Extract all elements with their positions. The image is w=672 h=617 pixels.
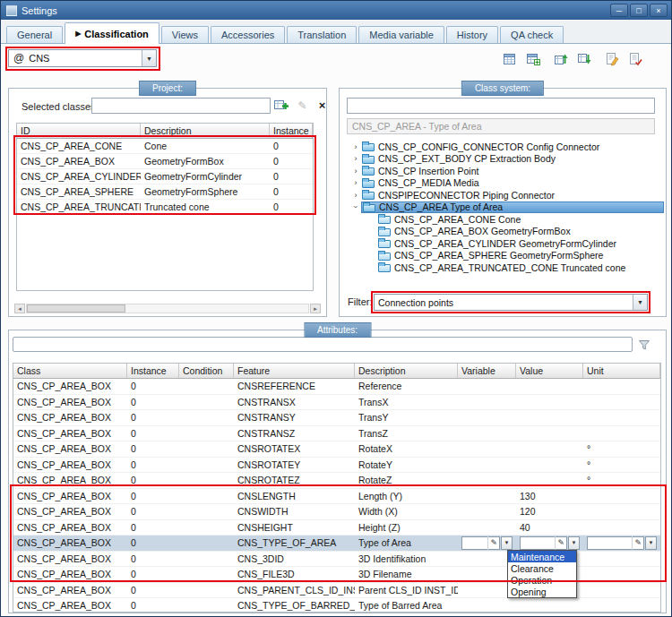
chevron-down-icon[interactable]: ▼ <box>501 536 513 550</box>
tree-item[interactable]: ›CNS_CP Insertion Point <box>341 165 664 177</box>
titlebar[interactable]: Settings ─ □ × <box>1 1 671 20</box>
tab-history[interactable]: History <box>446 26 498 43</box>
selected-classes-input[interactable] <box>91 98 271 114</box>
attr-row[interactable]: CNS_CP_AREA_BOX0CNSTRANSXTransX <box>13 395 660 411</box>
unit-editor-field[interactable]: ✎ <box>587 536 644 550</box>
tree-item[interactable]: CNS_CP_AREA_CYLINDER GeometryFormCylinde… <box>341 237 664 250</box>
attr-cell-feature: CNS_TYPE_OF_BARRED_AREA <box>234 598 355 613</box>
tree-item[interactable]: CNS_CP_AREA_TRUNCATED_CONE Truncated con… <box>341 261 664 274</box>
remove-classes-icon[interactable]: × <box>314 98 330 113</box>
maximize-button[interactable]: □ <box>630 4 648 17</box>
scheme-combo[interactable]: @ CNS ▼ <box>8 49 157 67</box>
classes-download-icon[interactable] <box>577 52 592 66</box>
tab-media-variable[interactable]: Media variable <box>358 26 444 43</box>
tree-item[interactable]: ›CNSPIPECONNECTOR Piping Connector <box>341 189 664 201</box>
attr-col-variable[interactable]: Variable <box>458 364 516 378</box>
selected-classes-label: Selected classes <box>22 101 96 112</box>
tab-general[interactable]: General <box>6 26 63 43</box>
project-col-instance[interactable]: Instance <box>270 124 313 138</box>
project-hscrollbar[interactable]: ◄ ► <box>14 304 321 313</box>
table-copy-icon[interactable] <box>503 52 518 66</box>
project-table-row[interactable]: CNS_CP_AREA_BOXGeometryFormBox0 <box>17 154 313 169</box>
pencil-icon[interactable]: ✎ <box>632 536 643 551</box>
variable-editor-field[interactable]: ✎ <box>461 536 500 550</box>
tree-item[interactable]: ›CNS_CP_EXT_BODY CP Extraction Body <box>341 153 664 166</box>
scroll-right-icon[interactable]: ► <box>310 304 321 313</box>
project-col-description[interactable]: Description <box>141 124 270 138</box>
unit-editor[interactable]: ✎▼ <box>587 536 657 550</box>
attr-col-unit[interactable]: Unit <box>583 364 660 378</box>
scrollbar-track[interactable] <box>26 304 309 313</box>
attr-col-condition[interactable]: Condition <box>179 364 234 378</box>
report-edit-icon[interactable] <box>605 52 620 66</box>
project-table-row[interactable]: CNS_CP_AREA_CYLINDERGeometryFormCylinder… <box>17 169 313 184</box>
chevron-down-icon[interactable]: ▼ <box>568 536 580 550</box>
attr-row[interactable]: CNS_CP_AREA_BOX0CNSREFERENCEReference <box>13 379 660 395</box>
attr-row[interactable]: CNS_CP_AREA_BOX0CNSTRANSZTransZ <box>13 426 660 442</box>
dropdown-option[interactable]: Clearance <box>508 562 576 574</box>
attr-row[interactable]: CNS_CP_AREA_BOX0CNSHEIGHTHeight (Z)40 <box>13 520 660 536</box>
tab-views[interactable]: Views <box>161 26 209 43</box>
attr-row[interactable]: CNS_CP_AREA_BOX0CNSROTATEYRotateY° <box>13 458 660 474</box>
attr-row[interactable]: CNS_CP_AREA_BOX0CNS_TYPE_OF_AREAType of … <box>13 536 660 552</box>
filter-funnel-icon[interactable] <box>638 338 650 350</box>
attr-row[interactable]: CNS_CP_AREA_BOX0CNSROTATEZRotateZ° <box>13 473 660 489</box>
pencil-icon[interactable]: ✎ <box>487 536 499 551</box>
dropdown-option[interactable]: Maintenance <box>508 551 576 562</box>
pencil-icon[interactable]: ✎ <box>555 536 566 551</box>
variable-editor[interactable]: ✎▼ <box>461 536 513 550</box>
tree-item[interactable]: CNS_CP_AREA_CONE Cone <box>341 213 664 226</box>
dropdown-option[interactable]: Operation <box>508 574 576 586</box>
tab-classification[interactable]: ▶Classification <box>65 22 159 44</box>
scroll-left-icon[interactable]: ◄ <box>14 304 25 313</box>
attr-row[interactable]: CNS_CP_AREA_BOX0CNSTRANSYTransY <box>13 410 660 426</box>
attr-col-instance[interactable]: Instance <box>127 364 179 378</box>
project-col-id[interactable]: ID <box>17 124 141 138</box>
table-paste-icon[interactable] <box>526 52 541 66</box>
project-table-row[interactable]: CNS_CP_AREA_CONECone0 <box>17 139 313 154</box>
attr-col-feature[interactable]: Feature <box>234 364 355 378</box>
value-editor[interactable]: ✎▼ <box>520 536 580 550</box>
chevron-collapsed-icon[interactable]: › <box>350 191 361 200</box>
attr-row[interactable]: CNS_CP_AREA_BOX0CNS_TYPE_OF_BARRED_AREAT… <box>13 598 660 613</box>
attr-row[interactable]: CNS_CP_AREA_BOX0CNSROTATEXRotateX° <box>13 441 660 458</box>
tree-item[interactable]: ›CNS_CP_MEDIA Media <box>341 177 664 190</box>
tree-item[interactable]: CNS_CP_AREA_BOX GeometryFormBox <box>341 226 664 238</box>
edit-classes-icon[interactable]: ✎ <box>295 98 310 113</box>
chevron-expanded-icon[interactable]: › <box>351 201 360 212</box>
attr-col-description[interactable]: Description <box>355 364 458 378</box>
tab-translation[interactable]: Translation <box>287 26 357 43</box>
chevron-collapsed-icon[interactable]: › <box>350 142 361 151</box>
close-button[interactable]: × <box>650 4 668 17</box>
tree-item[interactable]: CNS_CP_AREA_SPHERE GeometryFormSphere <box>341 250 664 262</box>
attr-cell-class: CNS_CP_AREA_BOX <box>13 441 127 457</box>
attr-cell-variable <box>458 504 516 519</box>
scrollbar-thumb[interactable] <box>27 304 125 313</box>
class-system-search-input[interactable] <box>347 98 655 114</box>
chevron-down-icon[interactable]: ▼ <box>645 536 657 550</box>
chevron-down-icon[interactable]: ▼ <box>633 295 647 310</box>
tab-qa-check[interactable]: QA check <box>500 26 564 43</box>
report-check-icon[interactable] <box>628 52 643 66</box>
value-editor-field[interactable]: ✎ <box>520 536 567 550</box>
project-table-row[interactable]: CNS_CP_AREA_TRUNCATED_CONETruncated cone… <box>17 200 313 215</box>
chevron-collapsed-icon[interactable]: › <box>350 154 361 163</box>
project-table-row[interactable]: CNS_CP_AREA_SPHEREGeometryFormSphere0 <box>17 184 313 200</box>
minimize-button[interactable]: ─ <box>610 4 628 17</box>
attributes-search-input[interactable] <box>13 337 633 352</box>
attr-cell-variable <box>458 473 516 488</box>
chevron-down-icon[interactable]: ▼ <box>142 50 156 66</box>
add-classes-icon[interactable] <box>274 98 289 113</box>
chevron-collapsed-icon[interactable]: › <box>350 167 361 176</box>
chevron-collapsed-icon[interactable]: › <box>350 178 361 187</box>
attr-col-value[interactable]: Value <box>516 364 583 378</box>
tree-item[interactable]: ›CNS_CP_CONFIG_CONNECTOR Config Connecto… <box>341 141 664 153</box>
attr-col-class[interactable]: Class <box>13 364 127 378</box>
classes-upload-icon[interactable] <box>554 52 569 66</box>
tree-item[interactable]: ›CNS_CP_AREA Type of Area <box>341 201 664 214</box>
dropdown-option[interactable]: Opening <box>508 586 576 597</box>
tab-accessories[interactable]: Accessories <box>211 26 285 43</box>
filter-combo[interactable]: Connection points ▼ <box>374 294 648 311</box>
attr-row[interactable]: CNS_CP_AREA_BOX0CNSWIDTHWidth (X)120 <box>13 504 660 520</box>
attr-row[interactable]: CNS_CP_AREA_BOX0CNSLENGTHLength (Y)130 <box>13 489 660 505</box>
